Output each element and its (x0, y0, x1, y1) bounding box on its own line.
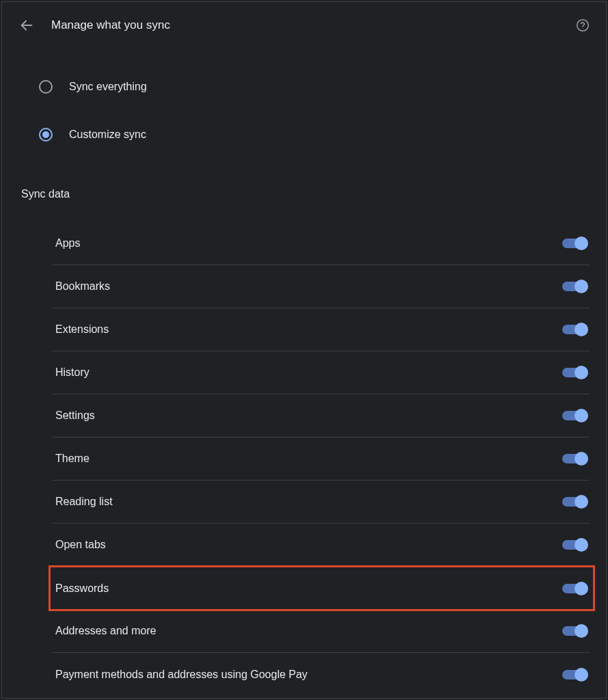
toggle-label: Passwords (55, 582, 109, 595)
toggle-switch[interactable] (562, 325, 587, 334)
toggle-row-reading-list: Reading list (53, 481, 590, 524)
radio-label: Sync everything (69, 81, 147, 93)
sync-mode-radio-group: Sync everything Customize sync (18, 70, 590, 151)
header-left: Manage what you sync (18, 17, 170, 33)
toggle-switch[interactable] (562, 540, 587, 550)
toggle-row-history: History (53, 351, 590, 394)
toggle-switch[interactable] (562, 670, 587, 679)
toggle-switch[interactable] (562, 368, 587, 377)
header: Manage what you sync (18, 17, 590, 33)
svg-point-2 (583, 28, 583, 29)
toggle-switch[interactable] (562, 497, 587, 507)
toggle-row-theme: Theme (53, 438, 590, 481)
toggle-label: Addresses and more (55, 625, 156, 637)
back-arrow-icon[interactable] (18, 17, 35, 33)
toggle-row-extensions: Extensions (53, 308, 590, 351)
toggle-label: Theme (55, 453, 89, 465)
sync-data-toggle-list: Apps Bookmarks Extensions History Settin… (53, 222, 590, 696)
toggle-label: Reading list (55, 496, 113, 508)
toggle-row-settings: Settings (53, 394, 590, 438)
toggle-label: Extensions (55, 323, 109, 336)
radio-icon (39, 80, 53, 94)
toggle-row-passwords: Passwords (50, 567, 594, 610)
section-title-sync-data: Sync data (21, 188, 590, 200)
toggle-switch[interactable] (562, 454, 587, 463)
toggle-label: History (55, 366, 89, 379)
toggle-row-payment-methods: Payment methods and addresses using Goog… (53, 653, 590, 696)
toggle-label: Settings (55, 409, 95, 422)
toggle-label: Open tabs (55, 539, 106, 551)
settings-panel: Manage what you sync Sync everything Cus… (1, 1, 607, 699)
radio-sync-everything[interactable]: Sync everything (18, 70, 590, 103)
radio-customize-sync[interactable]: Customize sync (18, 118, 590, 151)
svg-point-1 (577, 20, 589, 31)
toggle-switch[interactable] (562, 411, 587, 420)
toggle-row-apps: Apps (53, 222, 590, 265)
toggle-row-bookmarks: Bookmarks (53, 265, 590, 308)
toggle-label: Payment methods and addresses using Goog… (55, 669, 307, 681)
toggle-row-open-tabs: Open tabs (53, 524, 590, 567)
radio-label: Customize sync (69, 129, 146, 141)
toggle-row-addresses: Addresses and more (53, 610, 590, 653)
toggle-switch[interactable] (562, 626, 587, 636)
toggle-switch[interactable] (562, 282, 587, 291)
toggle-label: Bookmarks (55, 280, 110, 293)
page-title: Manage what you sync (51, 18, 170, 32)
toggle-switch[interactable] (562, 239, 587, 248)
help-icon[interactable] (576, 18, 590, 32)
toggle-label: Apps (55, 237, 80, 250)
radio-icon (39, 128, 53, 142)
toggle-switch[interactable] (562, 584, 587, 593)
